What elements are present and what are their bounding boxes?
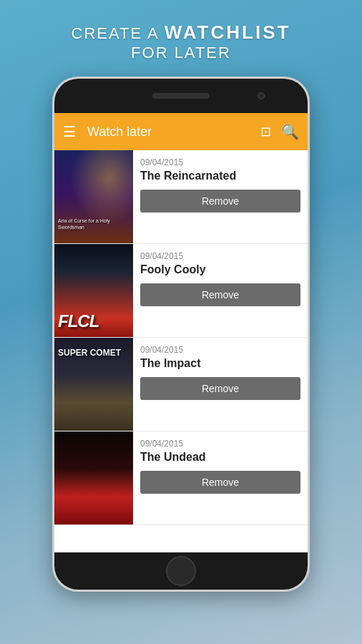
item-info-1: 09/04/2015 The Reincarnated Remove [133, 150, 308, 243]
item-info-3: 09/04/2015 The Impact Remove [133, 338, 308, 431]
watchlist-content: Aria of Curse for a Holy Swordsman 09/04… [54, 150, 308, 552]
phone-device: ☰ Watch later ⊡ 🔍 Aria of Curse for a Ho… [52, 77, 310, 592]
list-item: 09/04/2015 The Undead Remove [54, 431, 308, 525]
item-date-3: 09/04/2015 [140, 345, 300, 355]
remove-button-1[interactable]: Remove [140, 190, 300, 213]
list-item: SUPER COMET 09/04/2015 The Impact Remove [54, 338, 308, 431]
promo-header: CREATE A WATCHLIST FOR LATER [57, 0, 305, 77]
item-title-3: The Impact [140, 357, 300, 370]
item-thumbnail-1[interactable]: Aria of Curse for a Holy Swordsman [54, 150, 133, 243]
remove-button-4[interactable]: Remove [140, 471, 300, 494]
phone-bottom-bezel [54, 552, 308, 590]
item-title-2: Fooly Cooly [140, 263, 300, 276]
item-date-2: 09/04/2015 [140, 251, 300, 261]
thumb-art-4 [54, 431, 133, 525]
promo-line2: FOR LATER [72, 44, 291, 62]
cast-icon[interactable]: ⊡ [260, 124, 271, 140]
item-thumbnail-3[interactable]: SUPER COMET [54, 338, 133, 431]
phone-camera [258, 92, 265, 99]
menu-icon[interactable]: ☰ [63, 123, 76, 140]
phone-top-bezel [54, 79, 308, 113]
thumb-flcl-label: FLCL [58, 311, 99, 331]
phone-speaker [152, 93, 210, 99]
app-bar: ☰ Watch later ⊡ 🔍 [54, 113, 308, 150]
phone-home-button[interactable] [166, 556, 196, 586]
promo-line1: CREATE A WATCHLIST [72, 21, 291, 44]
list-item: Aria of Curse for a Holy Swordsman 09/04… [54, 150, 308, 244]
item-thumbnail-2[interactable]: FLCL [54, 244, 133, 337]
search-icon[interactable]: 🔍 [281, 123, 299, 140]
phone-screen: ☰ Watch later ⊡ 🔍 Aria of Curse for a Ho… [54, 113, 308, 552]
item-date-4: 09/04/2015 [140, 439, 300, 449]
item-title-1: The Reincarnated [140, 170, 300, 182]
item-date-1: 09/04/2015 [140, 157, 300, 167]
list-item: FLCL 09/04/2015 Fooly Cooly Remove [54, 244, 308, 338]
item-info-4: 09/04/2015 The Undead Remove [133, 431, 308, 525]
app-bar-title: Watch later [87, 125, 260, 140]
remove-button-2[interactable]: Remove [140, 283, 300, 306]
thumb-supercomet-label: SUPER COMET [58, 348, 121, 358]
remove-button-3[interactable]: Remove [140, 377, 300, 400]
watchlist-bold: WATCHLIST [165, 21, 291, 43]
item-info-2: 09/04/2015 Fooly Cooly Remove [133, 244, 308, 337]
thumb-sublabel-1: Aria of Curse for a Holy Swordsman [58, 218, 129, 230]
item-thumbnail-4[interactable] [54, 431, 133, 525]
item-title-4: The Undead [140, 451, 300, 464]
